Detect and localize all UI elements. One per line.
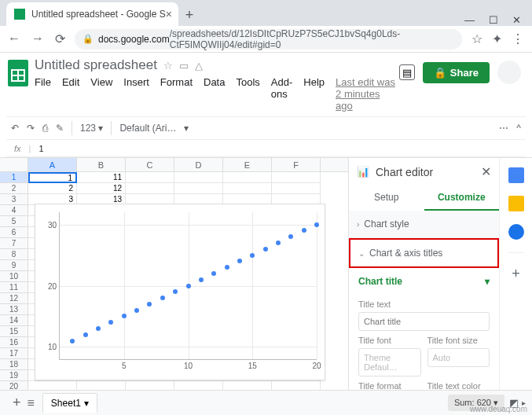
- embedded-chart[interactable]: 1020305101520: [35, 204, 325, 380]
- row-header[interactable]: 6: [0, 227, 28, 238]
- cell[interactable]: [126, 172, 174, 183]
- add-addon-icon[interactable]: +: [512, 266, 520, 282]
- row-header[interactable]: 4: [0, 205, 28, 216]
- row-header[interactable]: 3: [0, 194, 28, 205]
- paint-icon[interactable]: ✎: [56, 123, 64, 134]
- row-header[interactable]: 2: [0, 183, 28, 194]
- section-chart-style[interactable]: › Chart style: [349, 211, 499, 237]
- col-header[interactable]: E: [223, 158, 272, 171]
- label-title-font-size: Title font size: [427, 336, 490, 345]
- all-sheets-icon[interactable]: ≡: [28, 396, 35, 410]
- star-icon[interactable]: ☆: [163, 60, 173, 72]
- share-button[interactable]: 🔒 Share: [423, 62, 490, 83]
- tab-setup[interactable]: Setup: [349, 185, 424, 211]
- row-header[interactable]: 11: [0, 282, 28, 293]
- row-header[interactable]: 17: [0, 348, 28, 359]
- cell[interactable]: [223, 172, 272, 183]
- col-header[interactable]: B: [77, 158, 126, 171]
- browser-tab[interactable]: Untitled spreadsheet - Google S ×: [6, 2, 178, 26]
- menu-data[interactable]: Data: [204, 76, 225, 112]
- row-header[interactable]: 5: [0, 216, 28, 227]
- cell[interactable]: [272, 172, 321, 183]
- row-header[interactable]: 10: [0, 271, 28, 282]
- cell[interactable]: [223, 183, 272, 194]
- cell[interactable]: 1: [28, 172, 77, 183]
- row-header[interactable]: 15: [0, 326, 28, 337]
- doc-title[interactable]: Untitled spreadsheet: [35, 57, 157, 73]
- cell[interactable]: [174, 183, 223, 194]
- redo-icon[interactable]: ↷: [27, 123, 35, 134]
- last-edit-link[interactable]: Last edit was 2 minutes ago: [336, 76, 399, 112]
- tab-customize[interactable]: Customize: [424, 185, 500, 211]
- title-font-size-select[interactable]: Auto: [427, 348, 490, 367]
- row-header[interactable]: 18: [0, 359, 28, 370]
- keep-icon[interactable]: [508, 196, 524, 211]
- row-header[interactable]: 12: [0, 293, 28, 304]
- reload-icon[interactable]: ⟳: [55, 31, 65, 46]
- menu-format[interactable]: Format: [160, 76, 193, 112]
- toolbar-more-icon[interactable]: ⋯: [499, 123, 508, 134]
- move-icon[interactable]: ▭: [179, 60, 189, 72]
- close-tab-icon[interactable]: ×: [166, 8, 172, 20]
- col-header[interactable]: D: [174, 158, 223, 171]
- zoom-select[interactable]: 123 ▾: [80, 123, 103, 134]
- fx-value[interactable]: 1: [39, 144, 43, 153]
- sheets-logo-icon[interactable]: [8, 57, 28, 89]
- menu-file[interactable]: File: [35, 76, 51, 112]
- menu-view[interactable]: View: [90, 76, 112, 112]
- close-panel-icon[interactable]: ✕: [481, 164, 491, 179]
- address-bar[interactable]: 🔒 docs.google.com/spreadsheets/d/12IsDIt…: [75, 29, 462, 50]
- col-header[interactable]: A: [28, 158, 77, 171]
- comments-icon[interactable]: ▤: [399, 64, 415, 80]
- row-header[interactable]: 19: [0, 370, 28, 381]
- window-close-icon[interactable]: ✕: [512, 14, 521, 26]
- cell[interactable]: 11: [77, 172, 126, 183]
- print-icon[interactable]: ⎙: [42, 123, 48, 134]
- user-avatar[interactable]: [497, 61, 521, 84]
- col-header[interactable]: F: [272, 158, 321, 171]
- row-header[interactable]: 7: [0, 238, 28, 249]
- browser-menu-icon[interactable]: ⋮: [512, 31, 524, 46]
- window-minimize-icon[interactable]: —: [464, 14, 475, 26]
- section-label: Chart & axis titles: [369, 248, 442, 259]
- cell[interactable]: 12: [77, 183, 126, 194]
- window-maximize-icon[interactable]: ☐: [489, 14, 498, 26]
- menu-insert[interactable]: Insert: [123, 76, 149, 112]
- row-header[interactable]: 14: [0, 315, 28, 326]
- undo-icon[interactable]: ↶: [11, 123, 19, 134]
- row-header[interactable]: 1: [0, 172, 28, 183]
- col-header[interactable]: C: [126, 158, 174, 171]
- cell[interactable]: [174, 172, 223, 183]
- tasks-icon[interactable]: [508, 224, 524, 240]
- menu-help[interactable]: Help: [303, 76, 325, 112]
- menu-tools[interactable]: Tools: [236, 76, 259, 112]
- row-header[interactable]: 13: [0, 304, 28, 315]
- back-icon[interactable]: ←: [8, 31, 20, 46]
- cell[interactable]: 2: [28, 183, 77, 194]
- x-tick-label: 15: [248, 362, 257, 370]
- row-header[interactable]: 8: [0, 249, 28, 260]
- row-header[interactable]: 16: [0, 337, 28, 348]
- extensions-icon[interactable]: ✦: [492, 31, 502, 46]
- spreadsheet-grid[interactable]: ABCDEF 123456789101112131415161718192021…: [0, 158, 348, 415]
- bookmark-icon[interactable]: ☆: [471, 31, 482, 46]
- calendar-icon[interactable]: [508, 167, 524, 183]
- title-font-select[interactable]: Theme Defaul…: [358, 348, 421, 376]
- add-sheet-icon[interactable]: +: [13, 395, 21, 411]
- forward-icon[interactable]: →: [31, 31, 44, 46]
- cell[interactable]: [272, 183, 321, 194]
- new-tab-button[interactable]: +: [178, 4, 200, 26]
- select-all-corner[interactable]: [0, 158, 28, 171]
- panel-title: Chart editor: [376, 166, 433, 178]
- menu-addons[interactable]: Add-ons: [271, 76, 292, 112]
- section-chart-axis-titles[interactable]: ⌄ Chart & axis titles: [349, 238, 499, 268]
- menu-edit[interactable]: Edit: [62, 76, 79, 112]
- toolbar-collapse-icon[interactable]: ^: [516, 123, 521, 134]
- title-text-input[interactable]: [358, 312, 490, 331]
- cell[interactable]: [126, 183, 174, 194]
- title-type-select[interactable]: Chart title ▾: [358, 271, 490, 295]
- row-header[interactable]: 9: [0, 260, 28, 271]
- cloud-icon[interactable]: △: [195, 60, 203, 72]
- sheet-tab[interactable]: Sheet1 ▾: [42, 393, 97, 413]
- font-select[interactable]: Default (Ari…: [119, 123, 176, 134]
